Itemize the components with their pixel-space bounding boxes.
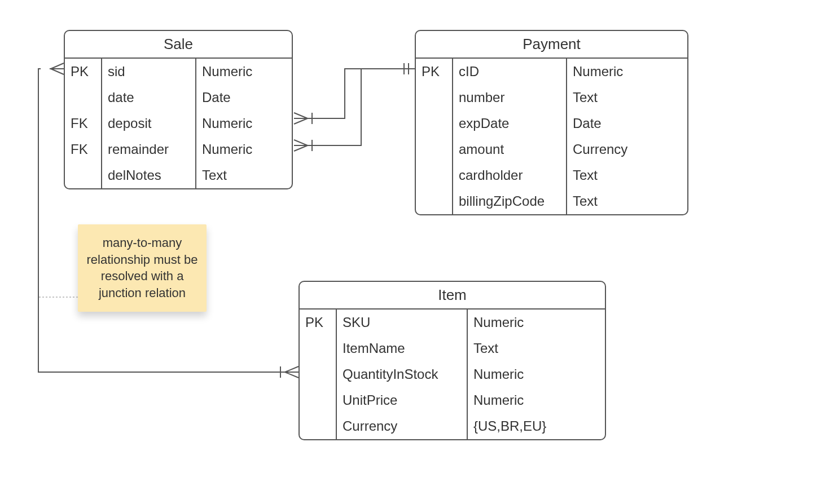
entity-payment-names: cID number expDate amount cardholder bil… — [453, 59, 567, 214]
name-cell: deposit — [102, 110, 195, 136]
rel-sale-remainder-payment — [294, 69, 361, 145]
key-cell — [65, 162, 101, 188]
name-cell: sid — [102, 59, 195, 85]
name-cell: number — [453, 85, 566, 110]
type-cell: Numeric — [567, 59, 687, 85]
one-mandatory-icon — [404, 63, 409, 74]
key-cell — [300, 387, 336, 413]
entity-payment: Payment PK cID number expDate amount car… — [415, 30, 688, 215]
crowsfoot-many-icon — [294, 140, 312, 151]
entity-item-keys: PK — [300, 310, 337, 439]
svg-line-10 — [51, 63, 64, 69]
svg-point-13 — [41, 64, 50, 73]
svg-line-16 — [285, 372, 299, 378]
svg-line-1 — [294, 113, 308, 118]
type-cell: Numeric — [196, 136, 292, 162]
name-cell: SKU — [337, 310, 467, 335]
type-cell: Text — [196, 162, 292, 188]
type-cell: Text — [567, 85, 687, 110]
key-cell — [416, 188, 452, 214]
name-cell: ItemName — [337, 335, 467, 361]
name-cell: date — [102, 85, 195, 110]
svg-line-14 — [285, 366, 299, 372]
crowsfoot-optional-icon — [41, 63, 64, 74]
rel-sale-deposit-payment — [294, 69, 415, 118]
type-cell: Numeric — [468, 310, 605, 335]
svg-line-7 — [294, 140, 308, 145]
entity-sale: Sale PK FK FK sid date deposit remainder… — [64, 30, 293, 189]
key-cell — [300, 335, 336, 361]
name-cell: billingZipCode — [453, 188, 566, 214]
entity-item: Item PK SKU ItemName QuantityInStock Uni… — [299, 281, 606, 440]
entity-item-title: Item — [300, 282, 605, 310]
key-cell — [300, 361, 336, 387]
entity-sale-types: Numeric Date Numeric Numeric Text — [196, 59, 292, 188]
key-cell — [416, 136, 452, 162]
type-cell: Numeric — [196, 59, 292, 85]
type-cell: Numeric — [468, 387, 605, 413]
name-cell: cID — [453, 59, 566, 85]
name-cell: Currency — [337, 413, 467, 439]
name-cell: amount — [453, 136, 566, 162]
entity-payment-keys: PK — [416, 59, 453, 214]
entity-item-names: SKU ItemName QuantityInStock UnitPrice C… — [337, 310, 468, 439]
svg-line-2 — [294, 118, 308, 124]
type-cell: Date — [567, 110, 687, 136]
entity-payment-title: Payment — [416, 31, 687, 59]
type-cell: Text — [468, 335, 605, 361]
svg-line-8 — [294, 145, 308, 151]
name-cell: expDate — [453, 110, 566, 136]
key-cell: PK — [65, 59, 101, 85]
crowsfoot-many-icon — [294, 113, 312, 124]
sticky-note: many-to-many relationship must be resolv… — [78, 224, 207, 312]
key-cell — [416, 110, 452, 136]
key-cell — [300, 413, 336, 439]
entity-sale-keys: PK FK FK — [65, 59, 102, 188]
type-cell: Text — [567, 188, 687, 214]
entity-item-types: Numeric Text Numeric Numeric {US,BR,EU} — [468, 310, 605, 439]
key-cell: PK — [416, 59, 452, 85]
svg-line-12 — [51, 69, 64, 74]
key-cell — [416, 85, 452, 110]
entity-sale-names: sid date deposit remainder delNotes — [102, 59, 196, 188]
type-cell: Numeric — [196, 110, 292, 136]
key-cell — [416, 162, 452, 188]
type-cell: Currency — [567, 136, 687, 162]
type-cell: Text — [567, 162, 687, 188]
name-cell: remainder — [102, 136, 195, 162]
name-cell: UnitPrice — [337, 387, 467, 413]
key-cell — [65, 85, 101, 110]
key-cell: FK — [65, 136, 101, 162]
key-cell: PK — [300, 310, 336, 335]
crowsfoot-many-icon — [280, 366, 299, 378]
type-cell: {US,BR,EU} — [468, 413, 605, 439]
type-cell: Date — [196, 85, 292, 110]
type-cell: Numeric — [468, 361, 605, 387]
entity-payment-types: Numeric Text Date Currency Text Text — [567, 59, 687, 214]
key-cell: FK — [65, 110, 101, 136]
name-cell: QuantityInStock — [337, 361, 467, 387]
name-cell: cardholder — [453, 162, 566, 188]
name-cell: delNotes — [102, 162, 195, 188]
entity-sale-title: Sale — [65, 31, 292, 59]
